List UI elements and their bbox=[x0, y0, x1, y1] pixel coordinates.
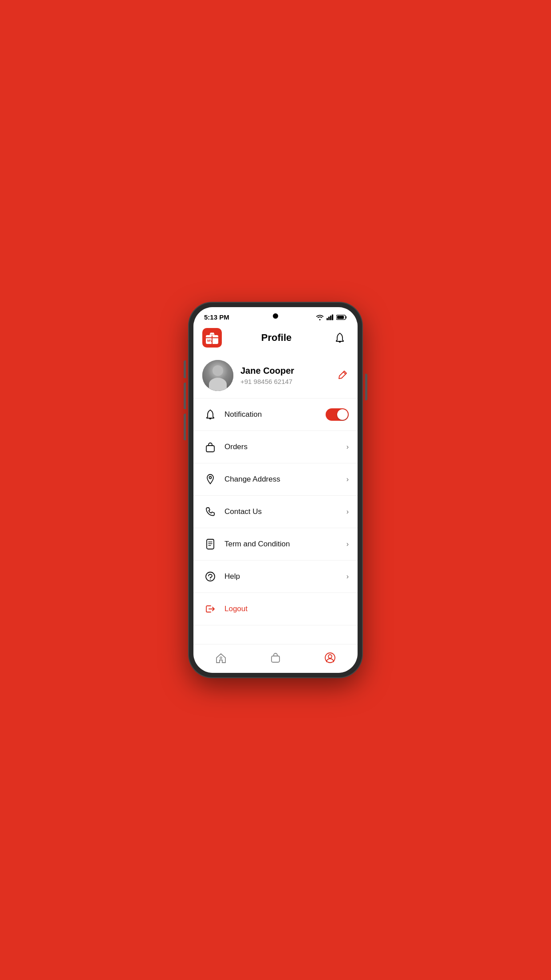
svg-rect-14 bbox=[207, 539, 214, 549]
bell-menu-icon bbox=[205, 409, 216, 420]
change-address-label: Change Address bbox=[224, 475, 346, 484]
profile-name: Jane Cooper bbox=[240, 366, 337, 376]
svg-rect-2 bbox=[330, 316, 331, 320]
document-icon bbox=[205, 538, 216, 550]
svg-rect-3 bbox=[332, 314, 333, 320]
phone-screen: 5:13 PM bbox=[193, 307, 358, 673]
svg-rect-1 bbox=[328, 316, 330, 320]
contact-icon-container bbox=[202, 504, 218, 520]
logout-icon bbox=[205, 603, 216, 615]
notification-label: Notification bbox=[224, 410, 326, 419]
nav-item-home[interactable] bbox=[206, 650, 236, 666]
contact-us-chevron: › bbox=[346, 508, 349, 516]
term-icon-container bbox=[202, 536, 218, 552]
profile-section: Jane Cooper +91 98456 62147 bbox=[193, 353, 358, 399]
page-title: Profile bbox=[261, 332, 291, 344]
profile-phone: +91 98456 62147 bbox=[240, 378, 337, 385]
menu-item-term-condition[interactable]: Term and Condition › bbox=[193, 528, 358, 561]
term-condition-chevron: › bbox=[346, 540, 349, 548]
avatar-image bbox=[202, 360, 233, 391]
svg-point-13 bbox=[209, 477, 212, 479]
change-address-chevron: › bbox=[346, 475, 349, 483]
svg-text:MV: MV bbox=[207, 339, 213, 343]
avatar bbox=[202, 360, 233, 391]
svg-point-20 bbox=[328, 655, 332, 658]
phone-icon bbox=[205, 506, 216, 518]
menu-item-orders[interactable]: Orders › bbox=[193, 431, 358, 463]
profile-nav-icon bbox=[324, 652, 336, 664]
profile-info: Jane Cooper +91 98456 62147 bbox=[240, 366, 337, 385]
svg-rect-18 bbox=[272, 656, 279, 662]
app-logo: MV bbox=[202, 328, 222, 348]
cart-nav-icon bbox=[269, 652, 282, 664]
edit-profile-button[interactable] bbox=[337, 369, 349, 382]
svg-point-17 bbox=[220, 657, 222, 659]
phone-frame: 5:13 PM bbox=[189, 303, 362, 677]
bell-icon bbox=[334, 332, 346, 344]
notification-bell-button[interactable] bbox=[331, 329, 349, 347]
edit-icon bbox=[337, 369, 349, 380]
bag-icon bbox=[205, 441, 216, 453]
signal-icon bbox=[327, 314, 334, 320]
nav-item-profile[interactable] bbox=[315, 650, 345, 666]
svg-rect-6 bbox=[337, 316, 344, 319]
notification-toggle[interactable] bbox=[326, 408, 349, 421]
battery-icon bbox=[336, 314, 347, 320]
camera-notch bbox=[273, 313, 278, 319]
status-bar: 5:13 PM bbox=[193, 307, 358, 324]
svg-point-11 bbox=[210, 410, 211, 411]
menu-item-contact-us[interactable]: Contact Us › bbox=[193, 496, 358, 528]
app-header: MV Profile bbox=[193, 324, 358, 353]
svg-rect-0 bbox=[327, 318, 328, 320]
term-condition-label: Term and Condition bbox=[224, 540, 346, 549]
orders-chevron: › bbox=[346, 443, 349, 451]
svg-point-10 bbox=[339, 333, 340, 334]
svg-rect-5 bbox=[346, 316, 346, 318]
status-icons bbox=[316, 314, 347, 320]
help-label: Help bbox=[224, 572, 346, 581]
bottom-nav bbox=[193, 644, 358, 673]
svg-rect-12 bbox=[206, 446, 214, 452]
menu-item-change-address[interactable]: Change Address › bbox=[193, 463, 358, 496]
orders-label: Orders bbox=[224, 443, 346, 451]
orders-icon-container bbox=[202, 439, 218, 455]
wifi-icon bbox=[316, 314, 324, 320]
help-icon-container bbox=[202, 569, 218, 585]
home-nav-icon bbox=[215, 652, 227, 664]
change-address-icon-container bbox=[202, 471, 218, 487]
location-icon bbox=[205, 474, 216, 485]
notification-icon-container bbox=[202, 407, 218, 423]
menu-item-logout[interactable]: Logout bbox=[193, 593, 358, 625]
logout-icon-container bbox=[202, 601, 218, 617]
toggle-knob bbox=[337, 409, 348, 420]
contact-us-label: Contact Us bbox=[224, 507, 346, 516]
menu-item-help[interactable]: Help › bbox=[193, 561, 358, 593]
menu-item-notification[interactable]: Notification bbox=[193, 399, 358, 431]
help-icon bbox=[205, 571, 216, 582]
help-chevron: › bbox=[346, 573, 349, 581]
logout-label: Logout bbox=[224, 605, 349, 613]
status-time: 5:13 PM bbox=[204, 313, 229, 321]
menu-list: Notification Orders › bbox=[193, 399, 358, 644]
svg-point-16 bbox=[210, 579, 211, 580]
nav-item-cart[interactable] bbox=[260, 650, 291, 666]
